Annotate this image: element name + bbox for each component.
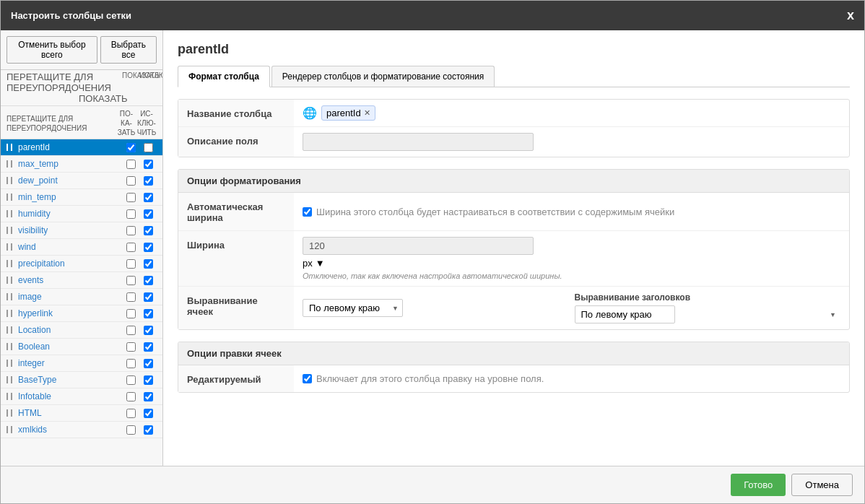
editable-checkbox[interactable] (303, 374, 312, 383)
list-item[interactable]: min_temp (1, 189, 162, 206)
show-checkbox[interactable] (126, 176, 136, 186)
show-checkbox[interactable] (126, 375, 136, 385)
deselect-all-button[interactable]: Отменить выбор всего (6, 36, 97, 64)
header-align-select[interactable]: По левому краю По центру По правому краю (575, 305, 675, 323)
auto-width-row: Автоматическая ширина Ширина этого столб… (178, 193, 849, 231)
tab-format[interactable]: Формат столбца (178, 66, 270, 87)
column-name-row: Название столбца 🌐 parentId ✕ (178, 100, 849, 127)
width-row: Ширина 120 px ▼ Отключено, так как включ… (178, 231, 849, 287)
exclude-checkbox[interactable] (144, 409, 153, 418)
dialog-body: Отменить выбор всего Выбрать все ПЕРЕТАЩ… (1, 30, 864, 466)
list-item[interactable]: wind (1, 239, 162, 256)
list-item[interactable]: visibility (1, 222, 162, 239)
tab-renderer[interactable]: Рендерер столбцов и форматирование состо… (271, 66, 495, 87)
col-name-cell: humidity (6, 209, 122, 219)
list-item[interactable]: parentId (1, 139, 162, 156)
exclude-checkbox[interactable] (144, 160, 153, 169)
list-item[interactable]: hyperlink (1, 305, 162, 322)
exclude-checkbox[interactable] (144, 276, 153, 285)
cancel-button[interactable]: Отмена (791, 474, 853, 496)
show-checkbox-cell (122, 176, 139, 186)
select-all-button[interactable]: Выбрать все (100, 36, 157, 64)
show-checkbox[interactable] (126, 359, 136, 368)
done-button[interactable]: Готово (731, 474, 786, 496)
show-checkbox[interactable] (126, 326, 136, 335)
list-item[interactable]: HTML (1, 405, 162, 422)
exclude-checkbox[interactable] (144, 425, 153, 435)
format-options-title: Опции форматирования (178, 170, 849, 193)
width-input[interactable]: 120 (303, 237, 534, 255)
list-item[interactable]: Location (1, 322, 162, 339)
drag-handle-icon (6, 177, 12, 184)
show-checkbox[interactable] (126, 409, 136, 418)
right-panel: parentId Формат столбца Рендерер столбцо… (163, 30, 864, 466)
show-checkbox[interactable] (126, 143, 136, 152)
header-align-group: Выравнивание заголовков По левому краю П… (575, 292, 841, 323)
show-checkbox[interactable] (126, 226, 136, 235)
description-input[interactable] (303, 133, 534, 151)
description-label: Описание поля (178, 127, 294, 157)
show-checkbox-cell (122, 143, 139, 152)
show-checkbox[interactable] (126, 392, 136, 401)
show-checkbox[interactable] (126, 292, 136, 302)
list-item[interactable]: precipitation (1, 256, 162, 272)
exclude-checkbox[interactable] (144, 226, 153, 235)
show-checkbox[interactable] (126, 193, 136, 202)
col-name-cell: dew_point (6, 175, 122, 186)
list-item[interactable]: dew_point (1, 173, 162, 189)
exclude-checkbox-cell (139, 226, 157, 235)
exclude-checkbox[interactable] (144, 342, 153, 352)
auto-width-checkbox[interactable] (303, 207, 312, 217)
drag-header: ПЕРЕТАЩИТЕ ДЛЯПЕРЕУПОРЯДОЧЕНИЯ (6, 114, 116, 133)
width-value-cell: 120 px ▼ Отключено, так как включена нас… (294, 231, 849, 286)
exclude-checkbox[interactable] (144, 193, 153, 202)
column-list-header: ПЕРЕТАЩИТЕ ДЛЯ ПЕРЕУПОРЯДОЧЕНИЯ ПОКАЗАТЬ… (1, 70, 162, 106)
close-button[interactable]: x (847, 8, 854, 23)
list-item[interactable]: events (1, 272, 162, 289)
tag-remove-button[interactable]: ✕ (364, 108, 370, 118)
exclude-checkbox[interactable] (144, 359, 153, 368)
list-item[interactable]: BaseType (1, 372, 162, 388)
list-item[interactable]: Infotable (1, 388, 162, 405)
column-name-value: 🌐 parentId ✕ (294, 100, 849, 126)
drag-handle-icon (6, 376, 12, 383)
list-item[interactable]: humidity (1, 206, 162, 222)
show-checkbox[interactable] (126, 209, 136, 219)
show-checkbox[interactable] (126, 160, 136, 169)
col-name-cell: xmlkids (6, 425, 122, 435)
list-item[interactable]: Boolean (1, 339, 162, 355)
drag-handle-icon (6, 277, 12, 284)
exclude-checkbox[interactable] (144, 309, 153, 318)
tag-text: parentId (326, 108, 361, 118)
exclude-checkbox[interactable] (144, 392, 153, 401)
exclude-checkbox[interactable] (144, 209, 153, 219)
exclude-checkbox-cell (139, 326, 157, 335)
col-name-cell: HTML (6, 408, 122, 418)
drag-handle-icon (6, 243, 12, 251)
show-checkbox[interactable] (126, 342, 136, 352)
list-item[interactable]: integer (1, 355, 162, 372)
show-checkbox[interactable] (126, 259, 136, 269)
list-item[interactable]: max_temp (1, 156, 162, 173)
exclude-checkbox[interactable] (144, 143, 153, 152)
list-item[interactable]: xmlkids (1, 422, 162, 438)
exclude-checkbox[interactable] (144, 259, 153, 269)
exclude-checkbox[interactable] (144, 243, 153, 252)
show-checkbox[interactable] (126, 309, 136, 318)
col-name-cell: image (6, 292, 122, 302)
cell-align-select[interactable]: По левому краю По центру По правому краю (303, 299, 403, 317)
exclude-checkbox[interactable] (144, 292, 153, 302)
exclude-checkbox[interactable] (144, 375, 153, 385)
show-checkbox[interactable] (126, 276, 136, 285)
exclude-checkbox[interactable] (144, 176, 153, 186)
left-panel: Отменить выбор всего Выбрать все ПЕРЕТАЩ… (1, 30, 163, 466)
show-checkbox[interactable] (126, 243, 136, 252)
col-name-cell: hyperlink (6, 308, 122, 318)
list-item[interactable]: image (1, 289, 162, 305)
editable-label: Редактируемый (178, 365, 294, 392)
column-tag: parentId ✕ (321, 105, 375, 121)
cell-align-wrapper: По левому краю По центру По правому краю (303, 299, 403, 317)
exclude-checkbox[interactable] (144, 326, 153, 335)
editable-value: Включает для этого столбца правку на уро… (294, 365, 849, 392)
show-checkbox[interactable] (126, 425, 136, 435)
